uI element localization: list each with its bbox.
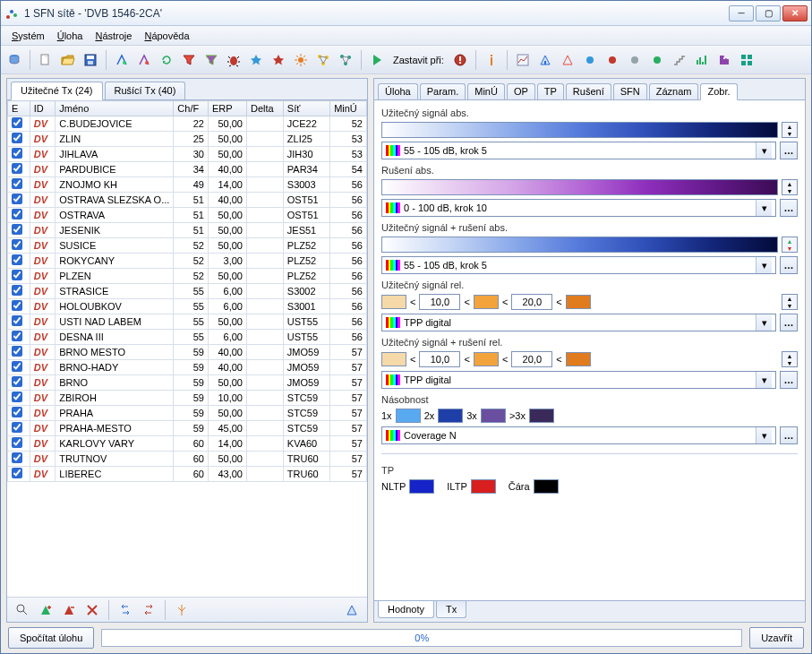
db-icon[interactable] (4, 50, 24, 70)
table-row[interactable]: DVLIBEREC6043,00TRU6057 (8, 467, 367, 482)
menu-nastroje[interactable]: Nástroje (90, 29, 137, 43)
tpp1-dropdown[interactable]: TPP digital ▾ (381, 314, 776, 331)
add-tx-icon[interactable] (36, 600, 56, 620)
row-checkbox[interactable] (12, 437, 22, 448)
table-row[interactable]: DVJESENIK5150,00JES5156 (8, 223, 367, 238)
rel-high-value[interactable]: 20,0 (511, 294, 552, 310)
col-id[interactable]: ID (30, 101, 56, 116)
peak-icon[interactable] (342, 600, 362, 620)
menu-uloha[interactable]: Úloha (52, 29, 89, 43)
menu-system[interactable]: Systém (6, 29, 50, 43)
table-row[interactable]: DVSTRASICE556,00S300256 (8, 284, 367, 299)
tab-op[interactable]: OP (507, 83, 535, 99)
table-row[interactable]: DVUSTI NAD LABEM5550,00UST5556 (8, 314, 367, 330)
useful-abs-dropdown[interactable]: 55 - 105 dB, krok 5 ▾ (381, 142, 776, 159)
col-name[interactable]: Jméno (56, 101, 174, 116)
tab-zobr[interactable]: Zobr. (700, 83, 737, 100)
stop-red-icon[interactable] (450, 50, 470, 70)
rel2-swatch-high[interactable] (566, 352, 591, 366)
swap-right-icon[interactable] (139, 600, 158, 620)
table-row[interactable]: DVBRNO MESTO5940,00JMO5957 (8, 345, 367, 360)
row-checkbox[interactable] (12, 331, 22, 341)
table-row[interactable]: DVOSTRAVA SLEZSKA O...5140,00OST5156 (8, 193, 367, 208)
table-row[interactable]: DVROKYCANY523,00PLZ5256 (8, 254, 367, 269)
row-checkbox[interactable] (12, 361, 22, 372)
compute-button[interactable]: Spočítat úlohu (8, 627, 94, 649)
row-checkbox[interactable] (12, 422, 22, 433)
grid-teal-icon[interactable] (737, 50, 756, 70)
rel-swatch-high[interactable] (566, 295, 591, 309)
table-row[interactable]: DVTRUTNOV6050,00TRU6057 (8, 452, 367, 467)
tab-zaznam[interactable]: Záznam (649, 83, 699, 99)
play-icon[interactable] (367, 50, 387, 70)
chart-icon[interactable] (513, 50, 533, 70)
table-row[interactable]: DVBRNO-HADY5940,00JMO5957 (8, 360, 367, 375)
rel-swatch-mid[interactable] (474, 295, 499, 309)
row-checkbox[interactable] (12, 315, 22, 326)
table-row[interactable]: DVZBIROH5910,00STC5957 (8, 391, 367, 406)
bars-icon[interactable] (692, 50, 712, 70)
table-row[interactable]: DVHOLOUBKOV556,00S300156 (8, 299, 367, 314)
row-checkbox[interactable] (12, 392, 22, 402)
row-checkbox[interactable] (12, 194, 22, 204)
tool-1-icon[interactable] (112, 50, 132, 70)
new-icon[interactable] (36, 50, 56, 70)
useful-abs-spinner[interactable] (782, 122, 798, 138)
col-erp[interactable]: ERP (209, 101, 247, 116)
table-row[interactable]: DVC.BUDEJOVICE2250,00JCE2252 (8, 116, 367, 132)
maximize-button[interactable]: ▢ (756, 5, 781, 22)
swap-left-icon[interactable] (115, 600, 135, 620)
rel-swatch-low[interactable] (381, 295, 406, 309)
close-button[interactable]: ✕ (782, 5, 808, 22)
stairs-icon[interactable] (670, 50, 689, 70)
col-sit[interactable]: Síť (283, 101, 329, 116)
col-chf[interactable]: Ch/F (174, 101, 209, 116)
row-checkbox[interactable] (12, 285, 22, 296)
dot-red-icon[interactable] (603, 50, 622, 70)
btab-hodnoty[interactable]: Hodnoty (378, 601, 434, 618)
tpp2-more-button[interactable]: … (780, 371, 798, 389)
bug-red-icon[interactable] (224, 50, 244, 70)
dot-grey-icon[interactable] (625, 50, 645, 70)
tab-ruseni[interactable]: Rušení (566, 83, 611, 99)
delete-tx-icon[interactable] (82, 600, 102, 620)
interf-abs-dropdown[interactable]: 0 - 100 dB, krok 10 ▾ (381, 199, 776, 217)
combo-rel-spinner[interactable] (782, 351, 798, 367)
row-checkbox[interactable] (12, 300, 22, 311)
row-checkbox[interactable] (12, 224, 22, 235)
col-minu[interactable]: MinÚ (330, 101, 367, 116)
hist-icon[interactable] (535, 50, 555, 70)
mult-2x-swatch[interactable] (438, 409, 463, 423)
row-checkbox[interactable] (12, 346, 22, 357)
line-swatch[interactable] (534, 479, 559, 494)
dot-green-icon[interactable] (647, 50, 667, 70)
mult-1x-swatch[interactable] (396, 409, 421, 423)
row-checkbox[interactable] (12, 148, 22, 159)
burst-icon[interactable] (291, 50, 311, 70)
tab-tp[interactable]: TP (537, 83, 564, 99)
table-row[interactable]: DVZLIN2550,00ZLI2553 (8, 132, 367, 147)
coverage-more-button[interactable]: … (780, 426, 798, 444)
table-row[interactable]: DVDESNA III556,00UST5556 (8, 330, 367, 345)
table-row[interactable]: DVKARLOVY VARY6014,00KVA6057 (8, 436, 367, 452)
net2-icon[interactable] (336, 50, 355, 70)
rel2-swatch-mid[interactable] (474, 352, 499, 366)
table-row[interactable]: DVPLZEN5250,00PLZ5256 (8, 269, 367, 284)
tpp2-dropdown[interactable]: TPP digital ▾ (381, 371, 776, 389)
close-task-button[interactable]: Uzavřít (749, 627, 804, 649)
table-row[interactable]: DVSUSICE5250,00PLZ5256 (8, 238, 367, 254)
filter-red-icon[interactable] (179, 50, 199, 70)
rel2-low-value[interactable]: 10,0 (419, 351, 460, 367)
open-icon[interactable] (58, 50, 78, 70)
useful-abs-more-button[interactable]: … (780, 142, 798, 159)
table-row[interactable]: DVPARDUBICE3440,00PAR3454 (8, 162, 367, 177)
dot-blue-icon[interactable] (580, 50, 600, 70)
table-row[interactable]: DVOSTRAVA5150,00OST5156 (8, 208, 367, 223)
interf-abs-spinner[interactable] (782, 179, 798, 195)
tab-minu[interactable]: MinÚ (467, 83, 505, 99)
row-checkbox[interactable] (12, 209, 22, 219)
coverage-dropdown[interactable]: Coverage N ▾ (381, 426, 776, 444)
net-icon[interactable] (313, 50, 333, 70)
rel2-high-value[interactable]: 20,0 (511, 351, 552, 367)
iltp-swatch[interactable] (471, 479, 496, 494)
